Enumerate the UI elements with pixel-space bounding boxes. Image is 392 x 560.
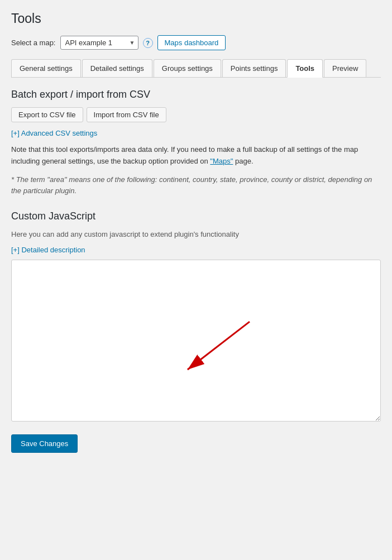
batch-export-section: Batch export / import from CSV Export to… — [11, 89, 381, 197]
page-title: Tools — [11, 11, 381, 26]
select-map-label: Select a map: — [11, 39, 56, 47]
maps-page-link[interactable]: "Maps" — [210, 157, 233, 165]
export-csv-button[interactable]: Export to CSV file — [11, 107, 83, 122]
csv-buttons-row: Export to CSV file Import from CSV file — [11, 107, 381, 122]
import-csv-button[interactable]: Import from CSV file — [87, 107, 166, 122]
area-note: * The term "area" means one of the follo… — [11, 174, 381, 198]
tab-tools[interactable]: Tools — [287, 59, 323, 78]
code-editor-wrapper — [11, 260, 381, 423]
detailed-description-link[interactable]: [+] Detailed description — [11, 246, 85, 254]
tab-groups-settings[interactable]: Groups settings — [154, 59, 221, 77]
tab-preview[interactable]: Preview — [324, 59, 366, 77]
custom-js-title: Custom JavaScript — [11, 210, 381, 222]
custom-js-section: Custom JavaScript Here you can add any c… — [11, 210, 381, 423]
maps-dashboard-button[interactable]: Maps dashboard — [157, 35, 226, 50]
map-select[interactable]: API example 1 API example 2 My Map — [60, 36, 138, 50]
custom-js-description: Here you can add any custom javascript t… — [11, 229, 381, 240]
help-badge[interactable]: ? — [143, 38, 153, 48]
batch-export-title: Batch export / import from CSV — [11, 89, 381, 100]
tab-detailed-settings[interactable]: Detailed settings — [82, 59, 152, 77]
tab-points-settings[interactable]: Points settings — [222, 59, 286, 77]
csv-note-text: Note that this tool exports/imports area… — [11, 144, 381, 167]
select-map-row: Select a map: API example 1 API example … — [11, 35, 381, 50]
advanced-csv-link[interactable]: [+] Advanced CSV settings — [11, 129, 97, 137]
map-select-wrapper: API example 1 API example 2 My Map ▼ — [60, 36, 138, 50]
code-editor[interactable] — [11, 260, 381, 422]
tabs-row: General settings Detailed settings Group… — [11, 59, 381, 78]
save-changes-button[interactable]: Save Changes — [11, 434, 78, 453]
tab-general-settings[interactable]: General settings — [11, 59, 81, 77]
